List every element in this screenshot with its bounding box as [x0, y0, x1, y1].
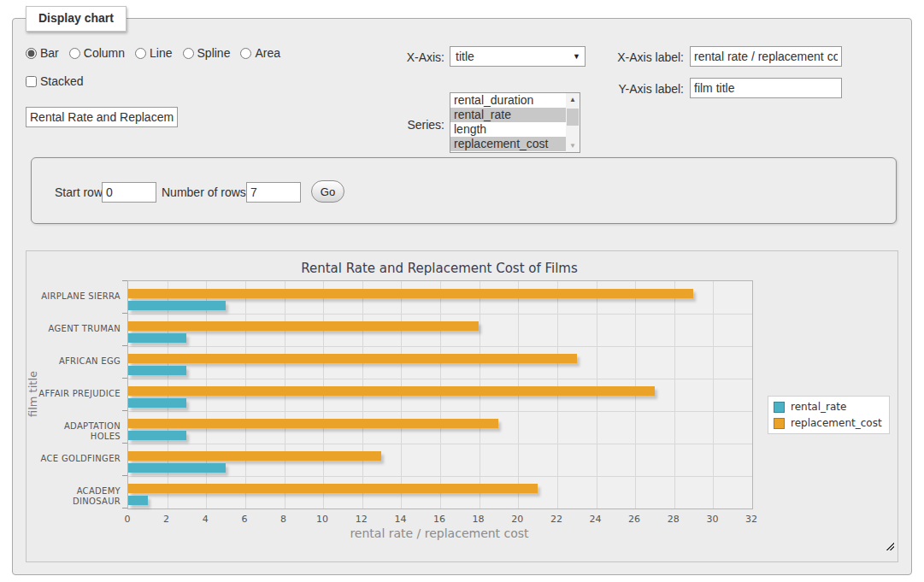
chart-type-radio-label: Line	[150, 46, 172, 60]
x-axis-tick-label: 22	[542, 514, 571, 525]
stacked-label: Stacked	[40, 74, 84, 88]
x-axis-tick-label: 30	[697, 514, 727, 525]
legend-entry-rental_rate: rental_rate	[774, 401, 882, 413]
y-axis-category-label: ACE GOLDFINGER	[35, 454, 121, 464]
row-range-panel: Start row: Number of rows: Go	[31, 157, 897, 224]
chart-type-option-bar[interactable]: Bar	[26, 46, 59, 60]
legend-entry-replacement_cost: replacement_cost	[774, 417, 882, 429]
number-of-rows-input[interactable]	[246, 182, 301, 203]
x-axis-tick-label: 6	[230, 514, 259, 525]
y-axis-category-label: AIRPLANE SIERRA	[35, 291, 121, 302]
stacked-checkbox-option[interactable]: Stacked	[26, 74, 84, 88]
series-options: rental_durationrental_ratelengthreplacem…	[450, 93, 580, 151]
scroll-down-icon[interactable]: ▼	[566, 139, 580, 152]
go-button[interactable]: Go	[311, 180, 344, 203]
x-axis-tick-label: 18	[464, 514, 493, 525]
chart-legend: rental_ratereplacement_cost	[768, 396, 890, 434]
gridline	[674, 281, 675, 509]
start-row-input[interactable]	[102, 182, 156, 203]
display-chart-page: Display chart BarColumnLineSplineArea St…	[0, 0, 924, 582]
chart-type-option-area[interactable]: Area	[240, 46, 280, 60]
x-axis-tick-label: 16	[425, 514, 454, 525]
y-axis-category-label: ACADEMY DINOSAUR	[35, 486, 121, 507]
chart-type-radio-label: Spline	[197, 46, 231, 60]
x-axis-tick-label: 28	[659, 514, 688, 525]
y-axis-tick	[122, 475, 127, 476]
x-axis-tick-label: 10	[308, 514, 337, 525]
scroll-up-icon[interactable]: ▲	[566, 93, 580, 106]
resize-handle-icon[interactable]	[885, 541, 894, 550]
y-axis-tick	[122, 345, 127, 346]
bar-rental_rate-agent-truman	[128, 333, 186, 343]
y-axis-tick	[122, 410, 127, 411]
chart-type-radio-label: Bar	[40, 46, 59, 60]
series-option-replacement_cost[interactable]: replacement_cost	[450, 137, 568, 151]
gridline	[128, 346, 752, 347]
series-option-rental_duration[interactable]: rental_duration	[450, 93, 568, 108]
bar-replacement_cost-affair-prejudice	[128, 386, 655, 396]
y-axis-tick	[122, 313, 127, 314]
chart-type-radio-bar[interactable]	[26, 48, 37, 59]
chart-type-radio-column[interactable]	[69, 48, 80, 59]
chart-type-option-spline[interactable]: Spline	[183, 46, 231, 60]
chart-type-option-column[interactable]: Column	[69, 46, 125, 60]
y-axis-category-label: AFFAIR PREJUDICE	[35, 389, 121, 399]
legend-label: replacement_cost	[791, 417, 882, 429]
chart-type-radio-label: Area	[255, 46, 280, 60]
chart-x-axis-title: rental rate / replacement cost	[127, 526, 751, 540]
x-axis-label-input[interactable]	[690, 46, 842, 67]
legend-swatch-icon	[774, 418, 785, 429]
x-axis-selected-value: title	[456, 50, 474, 63]
y-axis-label-input[interactable]	[690, 78, 842, 98]
x-axis-tick-label: 24	[581, 514, 610, 525]
chart-panel: Rental Rate and Replacement Cost of Film…	[26, 250, 898, 562]
bar-replacement_cost-adaptation-holes	[128, 419, 498, 428]
bar-rental_rate-adaptation-holes	[128, 431, 186, 440]
fieldset-legend: Display chart	[26, 6, 127, 32]
chart-type-radio-spline[interactable]	[183, 48, 194, 59]
stacked-checkbox[interactable]	[26, 76, 37, 87]
x-axis-tick-label: 14	[385, 514, 415, 525]
bar-rental_rate-academy-dinosaur	[128, 496, 148, 505]
scrollbar-thumb[interactable]	[567, 109, 579, 126]
chart-title-input[interactable]	[26, 107, 178, 127]
series-scrollbar[interactable]: ▲ ▼	[566, 93, 580, 152]
series-option-length[interactable]: length	[450, 122, 568, 137]
y-axis-tick	[122, 378, 127, 379]
x-axis-tick-label: 26	[620, 514, 649, 525]
bar-replacement_cost-african-egg	[128, 354, 577, 363]
chart-type-radio-group: BarColumnLineSplineArea	[26, 46, 280, 60]
x-axis-tick-label: 8	[269, 514, 298, 525]
gridline	[128, 379, 752, 379]
series-listbox-label: Series:	[359, 118, 444, 132]
y-axis-category-label: AGENT TRUMAN	[35, 324, 121, 334]
chart-plot-area	[127, 280, 753, 509]
x-axis-tick-label: 0	[113, 514, 142, 525]
gridline	[128, 444, 752, 444]
y-axis-tick	[122, 508, 127, 509]
chart-type-radio-label: Column	[84, 46, 125, 60]
chart-type-radio-area[interactable]	[240, 48, 251, 59]
bar-rental_rate-african-egg	[128, 366, 186, 375]
x-axis-tick-label: 32	[737, 514, 766, 525]
x-axis-tick-label: 12	[347, 514, 376, 525]
bar-replacement_cost-airplane-sierra	[128, 289, 693, 298]
start-row-label: Start row:	[55, 185, 106, 199]
x-axis-tick-label: 20	[503, 514, 532, 525]
y-axis-tick	[122, 280, 127, 281]
bar-rental_rate-airplane-sierra	[128, 301, 226, 310]
series-option-rental_rate[interactable]: rental_rate	[450, 108, 568, 122]
chart-type-option-line[interactable]: Line	[135, 46, 172, 60]
x-axis-tick-label: 4	[191, 514, 220, 525]
series-listbox[interactable]: rental_durationrental_ratelengthreplacem…	[450, 92, 580, 153]
bar-rental_rate-affair-prejudice	[128, 398, 186, 408]
x-axis-select[interactable]: title ▼	[450, 46, 586, 67]
y-axis-category-label: AFRICAN EGG	[35, 356, 121, 367]
x-axis-label-label: X-Axis label:	[590, 50, 684, 64]
legend-label: rental_rate	[791, 401, 846, 413]
gridline	[128, 476, 752, 477]
legend-swatch-icon	[774, 402, 785, 413]
bar-replacement_cost-academy-dinosaur	[128, 484, 538, 493]
gridline	[128, 411, 752, 412]
chart-type-radio-line[interactable]	[135, 48, 146, 59]
